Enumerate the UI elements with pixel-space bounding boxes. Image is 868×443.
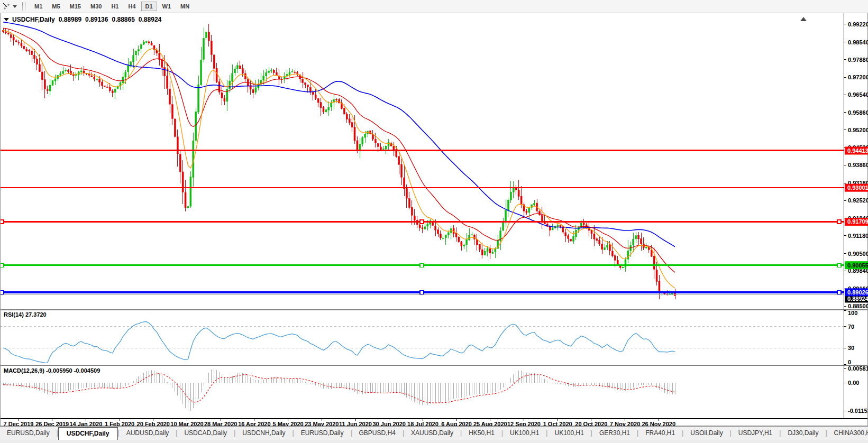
svg-text:100: 100: [848, 310, 857, 316]
chart-tab-eurusd-daily[interactable]: EURUSD,Daily: [0, 427, 57, 440]
svg-text:7 Nov 2020: 7 Nov 2020: [610, 421, 640, 426]
toolbar-grip[interactable]: [22, 2, 25, 11]
chart-tab-usdchf-daily[interactable]: USDCHF,Daily: [58, 427, 118, 440]
svg-text:0.93860: 0.93860: [848, 162, 868, 168]
svg-text:0.96540: 0.96540: [848, 91, 868, 98]
svg-text:6 Aug 2020: 6 Aug 2020: [441, 421, 472, 426]
svg-text:25 Aug 2020: 25 Aug 2020: [473, 421, 507, 426]
svg-text:0.00: 0.00: [848, 380, 859, 386]
svg-text:0.98540: 0.98540: [848, 39, 868, 45]
chart-tab-ger30-h1[interactable]: GER30,H1: [592, 427, 637, 440]
timeframe-m15-button[interactable]: M15: [66, 2, 85, 11]
svg-text:30 Jun 2020: 30 Jun 2020: [373, 421, 406, 426]
chart-tab-usdcad-daily[interactable]: USDCAD,Daily: [177, 427, 234, 440]
timeframe-h4-button[interactable]: H4: [124, 2, 140, 11]
crosshair-tool-icon[interactable]: [2, 2, 11, 11]
rsi-name: RSI(14): [4, 311, 24, 318]
chart-canvas[interactable]: 0.992200.985400.978800.972000.965400.958…: [0, 13, 868, 426]
title-symbol: USDCHF,Daily: [12, 16, 55, 23]
chart-tab-uk100-h1[interactable]: UK100,H1: [503, 427, 546, 440]
rsi-level-lines: [0, 327, 844, 348]
svg-text:0.92520: 0.92520: [848, 197, 868, 204]
svg-text:0.93001: 0.93001: [847, 184, 868, 191]
svg-text:30: 30: [848, 345, 854, 351]
timeframe-mn-button[interactable]: MN: [176, 2, 194, 11]
rsi-value: 27.3720: [25, 311, 47, 318]
svg-text:0.99220: 0.99220: [848, 21, 868, 27]
svg-text:0.95200: 0.95200: [848, 127, 868, 133]
status-strip: [0, 440, 868, 443]
chart-tab-fra40-h1[interactable]: FRA40,H1: [638, 427, 682, 440]
macd-indicator-label: MACD(12,26,9) -0.005950 -0.004509: [4, 367, 100, 374]
chart-tab-gbpusd-h4[interactable]: GBPUSD,H4: [352, 427, 403, 440]
mt4-window: M1 M5 M15 M30 H1 H4 D1 W1 MN 0.992200.98…: [0, 0, 868, 443]
chart-window: 0.992200.985400.978800.972000.965400.958…: [0, 13, 868, 426]
svg-text:23 May 2020: 23 May 2020: [305, 421, 339, 426]
svg-text:0.91709: 0.91709: [847, 218, 868, 225]
macd-signal-line: [3, 374, 675, 403]
timeframe-d1-button[interactable]: D1: [141, 2, 157, 11]
svg-text:26 Dec 2019: 26 Dec 2019: [35, 421, 69, 426]
chart-tab-usdjpy-h1[interactable]: USDJPY,H1: [732, 427, 779, 440]
rsi-axis[interactable]: 10070300: [844, 310, 857, 365]
chart-tab-audusd-daily[interactable]: AUDUSD,Daily: [120, 427, 176, 440]
svg-text:14 Jan 2020: 14 Jan 2020: [70, 421, 103, 426]
svg-text:18 Jul 2020: 18 Jul 2020: [407, 421, 438, 426]
horizontal-line-0.89026[interactable]: [0, 290, 844, 294]
svg-text:0.91180: 0.91180: [848, 233, 868, 239]
svg-text:5 May 2020: 5 May 2020: [273, 421, 304, 426]
svg-text:0.005818: 0.005818: [848, 365, 868, 372]
timeframe-toolbar: M1 M5 M15 M30 H1 H4 D1 W1 MN: [0, 0, 868, 13]
svg-text:0: 0: [848, 359, 851, 365]
chart-tab-usdcnh-daily[interactable]: USDCNH,Daily: [235, 427, 292, 440]
macd-signal-value: -0.004509: [74, 367, 100, 374]
svg-text:-0.011514: -0.011514: [848, 408, 868, 414]
svg-text:7 Dec 2019: 7 Dec 2019: [4, 421, 34, 426]
svg-text:0.90055: 0.90055: [847, 262, 868, 269]
svg-text:0.97200: 0.97200: [848, 74, 868, 80]
chart-tab-xauusd-daily[interactable]: XAUUSD,Daily: [404, 427, 460, 440]
ma-slow-line: [3, 22, 675, 247]
title-close: 0.88924: [139, 16, 161, 23]
svg-text:12 Sep 2020: 12 Sep 2020: [507, 421, 541, 426]
chart-shift-marker-icon[interactable]: [800, 17, 807, 21]
svg-text:0.90500: 0.90500: [848, 251, 868, 257]
time-axis[interactable]: 7 Dec 201926 Dec 201914 Jan 20201 Feb 20…: [4, 419, 676, 426]
chart-tab-eurusd-daily[interactable]: EURUSD,Daily: [294, 427, 351, 440]
svg-text:26 Nov 2020: 26 Nov 2020: [642, 421, 675, 426]
timeframe-m30-button[interactable]: M30: [86, 2, 106, 11]
chart-tab-hk50-h1[interactable]: HK50,H1: [462, 427, 501, 440]
title-low: 0.88865: [112, 16, 134, 23]
rsi-line: [3, 322, 675, 363]
svg-text:0.95860: 0.95860: [848, 109, 868, 116]
svg-text:1 Feb 2020: 1 Feb 2020: [105, 421, 134, 426]
title-high: 0.89136: [85, 16, 108, 23]
chart-title: USDCHF,Daily 0.88989 0.89136 0.88865 0.8…: [4, 16, 161, 23]
timeframe-m5-button[interactable]: M5: [48, 2, 64, 11]
svg-text:70: 70: [848, 324, 854, 330]
svg-text:0.88500: 0.88500: [848, 303, 868, 309]
chart-tab-china300-h1[interactable]: CHINA300,H1: [827, 427, 868, 440]
macd-histogram: [3, 368, 675, 411]
svg-text:20 Oct 2020: 20 Oct 2020: [575, 421, 607, 426]
title-open: 0.88989: [59, 16, 81, 23]
horizontal-line-0.90055[interactable]: [0, 263, 844, 267]
tool-dropdown-caret-icon[interactable]: [13, 5, 17, 8]
rsi-indicator-label: RSI(14) 27.3720: [4, 311, 47, 318]
horizontal-line-0.91709[interactable]: [0, 220, 844, 224]
chart-tab-usoil-daily[interactable]: USOil,Daily: [683, 427, 729, 440]
timeframe-h1-button[interactable]: H1: [107, 2, 123, 11]
svg-text:28 Mar 2020: 28 Mar 2020: [204, 421, 237, 426]
timeframe-w1-button[interactable]: W1: [158, 2, 176, 11]
svg-text:1 Oct 2020: 1 Oct 2020: [543, 421, 572, 426]
macd-name: MACD(12,26,9): [4, 367, 44, 374]
symbol-dropdown-icon[interactable]: [4, 18, 9, 21]
svg-text:10 Mar 2020: 10 Mar 2020: [170, 421, 203, 426]
macd-axis[interactable]: 0.0058180.00-0.011514: [844, 365, 868, 414]
chart-tab-uk100-h1[interactable]: UK100,H1: [547, 427, 590, 440]
svg-text:20 Feb 2020: 20 Feb 2020: [137, 421, 170, 426]
svg-text:0.89026: 0.89026: [847, 289, 868, 296]
svg-text:0.94413: 0.94413: [847, 147, 868, 154]
chart-tab-dj30-daily[interactable]: DJ30,Daily: [781, 427, 825, 440]
timeframe-m1-button[interactable]: M1: [30, 2, 47, 11]
